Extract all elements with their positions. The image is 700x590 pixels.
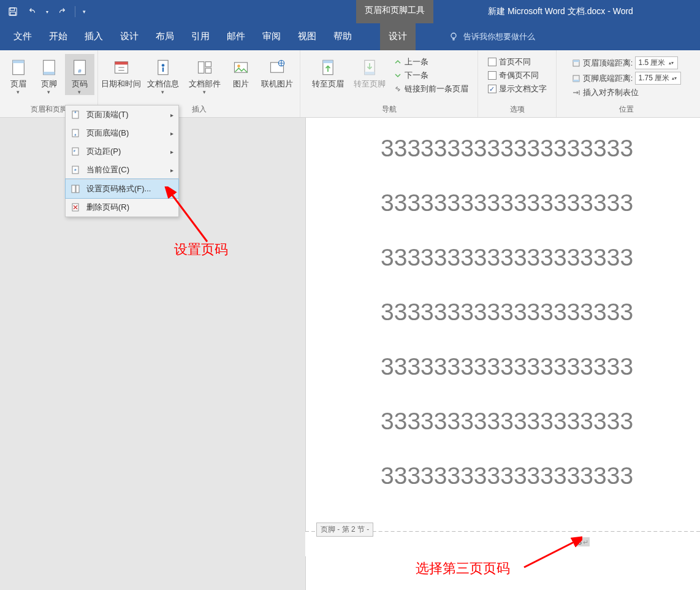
svg-rect-17 [198, 62, 204, 74]
dd-page-bottom[interactable]: # 页面底端(B) ▸ [66, 124, 178, 142]
remove-icon [70, 202, 80, 212]
chevron-down-icon: ▾ [65, 90, 94, 95]
tab-hf-design[interactable]: 设计 [380, 23, 416, 50]
header-button[interactable]: 页眉 ▾ [4, 54, 33, 95]
ribbon-tabs: 文件 开始 插入 设计 布局 引用 邮件 审阅 视图 帮助 设计 告诉我你想要做… [0, 23, 700, 50]
current-pos-icon: # [70, 165, 80, 175]
tell-me-search[interactable]: 告诉我你想要做什么 [440, 23, 544, 50]
tab-insert[interactable]: 插入 [76, 23, 112, 50]
annotation-arrow-1 [164, 186, 213, 248]
svg-rect-7 [43, 72, 55, 75]
tab-design[interactable]: 设计 [112, 23, 147, 50]
svg-rect-2 [10, 12, 16, 15]
svg-rect-1 [10, 8, 15, 10]
page-number-button[interactable]: # 页码 ▾ [65, 54, 94, 95]
tab-layout[interactable]: 布局 [147, 23, 183, 50]
tab-file[interactable]: 文件 [5, 23, 40, 50]
doc-info-button[interactable]: 文档信息 ▾ [143, 54, 183, 95]
next-icon [394, 71, 402, 80]
chevron-down-icon: ▾ [143, 90, 183, 95]
dd-current-pos[interactable]: # 当前位置(C) ▸ [66, 161, 178, 179]
group-label-nav: 导航 [382, 103, 397, 117]
svg-point-15 [161, 64, 164, 67]
svg-text:#: # [74, 149, 75, 153]
dd-page-margin[interactable]: # 页边距(P) ▸ [66, 142, 178, 161]
svg-text:#: # [75, 133, 77, 137]
tab-references[interactable]: 引用 [183, 23, 218, 50]
svg-rect-29 [573, 60, 579, 62]
tab-help[interactable]: 帮助 [325, 23, 360, 50]
link-icon [394, 85, 402, 93]
group-label-hf: 页眉和页脚 [31, 103, 67, 117]
lightbulb-icon [449, 32, 458, 42]
body-text: 3333333333333333333 [381, 464, 700, 488]
body-text: 3333333333333333333 [381, 136, 700, 160]
svg-rect-19 [205, 68, 211, 73]
title-bar: ▾ ▾ 页眉和页脚工具 新建 Microsoft Word 文档.docx - … [0, 0, 700, 23]
doc-parts-button[interactable]: 文档部件 ▾ [185, 54, 225, 95]
date-time-button[interactable]: 日期和时间 [101, 54, 142, 90]
undo-button[interactable] [25, 4, 40, 20]
next-button[interactable]: 下一条 [391, 69, 471, 82]
chevron-down-icon: ▾ [34, 90, 64, 95]
body-text: 3333333333333333333 [381, 300, 700, 324]
svg-rect-11 [115, 62, 127, 65]
footer-section-tag: 页脚 - 第 2 节 - [316, 523, 373, 537]
first-page-diff-checkbox[interactable]: 首页不同 [485, 55, 549, 69]
dd-format-page-number[interactable]: 设置页码格式(F)... [66, 179, 178, 198]
annotation-2: 选择第三页页码 [416, 559, 510, 578]
svg-text:#: # [78, 68, 82, 74]
group-label-position: 位置 [619, 103, 634, 117]
header-top-row: 页眉顶端距离: 1.5 厘米▴▾ [569, 55, 683, 71]
undo-drop-icon[interactable]: ▾ [44, 4, 50, 20]
svg-rect-18 [205, 62, 211, 67]
body-text: 3333333333333333333 [381, 191, 700, 215]
odd-even-diff-checkbox[interactable]: 奇偶页不同 [485, 69, 549, 82]
tab-mailings[interactable]: 邮件 [218, 23, 254, 50]
svg-rect-41 [76, 185, 79, 193]
svg-rect-25 [322, 60, 332, 63]
document-title: 新建 Microsoft Word 文档.docx - Word [433, 0, 700, 23]
footer-button[interactable]: 页脚 ▾ [34, 54, 64, 95]
footer-bottom-input[interactable]: 1.75 厘米▴▾ [635, 72, 681, 85]
group-label-options: 选项 [510, 103, 525, 117]
insert-align-tab-button[interactable]: 插入对齐制表位 [569, 86, 683, 99]
quick-access-toolbar: ▾ ▾ [0, 0, 93, 23]
qat-customize-icon[interactable]: ▾ [80, 4, 88, 20]
document-page[interactable]: 3333333333333333333 3333333333333333333 … [305, 118, 700, 590]
footer-bottom-row: 页脚底端距离: 1.75 厘米▴▾ [569, 71, 683, 86]
prev-button[interactable]: 上一条 [391, 55, 471, 69]
goto-footer-button[interactable]: 转至页脚 [349, 54, 390, 90]
svg-point-3 [451, 33, 456, 38]
dd-page-top[interactable]: # 页面顶端(T) ▸ [66, 105, 178, 124]
online-pictures-button[interactable]: 联机图片 [257, 54, 297, 90]
goto-header-button[interactable]: 转至页眉 [308, 54, 348, 90]
svg-point-21 [237, 64, 240, 67]
align-tab-icon [572, 88, 580, 97]
dd-remove-page-number[interactable]: 删除页码(R) [66, 198, 178, 216]
header-top-input[interactable]: 1.5 厘米▴▾ [635, 56, 678, 69]
chevron-right-icon: ▸ [170, 167, 173, 174]
svg-rect-16 [162, 67, 163, 72]
chevron-down-icon: ▾ [4, 90, 33, 95]
svg-rect-31 [573, 80, 579, 82]
chevron-right-icon: ▸ [170, 112, 173, 118]
show-doc-text-checkbox[interactable]: 显示文档文字 [485, 82, 549, 96]
group-label-insert: 插入 [192, 103, 207, 117]
svg-rect-5 [12, 60, 24, 63]
link-previous-button[interactable]: 链接到前一条页眉 [391, 82, 471, 96]
page-number-dropdown: # 页面顶端(T) ▸ # 页面底端(B) ▸ # 页边距(P) ▸ # 当前位… [65, 105, 179, 217]
pictures-button[interactable]: 图片 [226, 54, 256, 90]
tab-view[interactable]: 视图 [289, 23, 325, 50]
save-button[interactable] [5, 4, 21, 20]
svg-line-43 [170, 193, 207, 242]
redo-button[interactable] [54, 4, 70, 20]
annotation-arrow-2 [521, 534, 582, 570]
chevron-right-icon: ▸ [170, 130, 173, 137]
page-margin-icon: # [70, 147, 80, 156]
chevron-right-icon: ▸ [170, 148, 173, 155]
body-text: 3333333333333333333 [381, 409, 700, 433]
prev-icon [394, 58, 402, 66]
tab-home[interactable]: 开始 [40, 23, 76, 50]
tab-review[interactable]: 审阅 [254, 23, 289, 50]
